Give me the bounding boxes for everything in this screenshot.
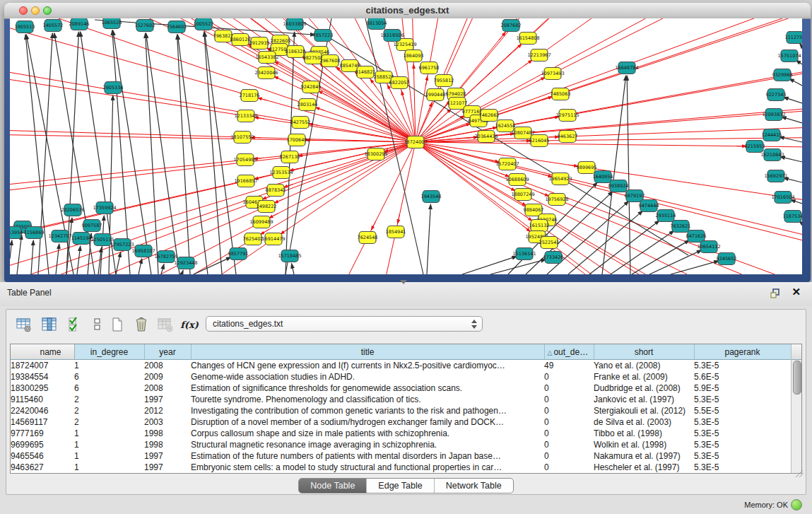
graph-node[interactable]: 7632621 bbox=[671, 221, 691, 233]
graph-node[interactable]: 8860128 bbox=[230, 34, 251, 46]
graph-node[interactable]: 1187534 bbox=[783, 211, 802, 223]
graph-node[interactable]: 2803144 bbox=[298, 99, 318, 111]
scrollbar-thumb[interactable] bbox=[793, 361, 801, 395]
graph-node[interactable]: 1156869 bbox=[24, 227, 45, 239]
graph-node[interactable]: 18724007 bbox=[404, 136, 427, 148]
graph-node[interactable]: 16099489 bbox=[249, 216, 273, 228]
graph-node[interactable]: 16154808 bbox=[516, 33, 539, 45]
graph-node[interactable]: 18107552 bbox=[230, 132, 254, 144]
graph-node[interactable]: 15136141 bbox=[512, 248, 536, 260]
graph-node[interactable]: 12923448 bbox=[174, 257, 197, 269]
graph-node[interactable]: 7955812 bbox=[434, 75, 454, 87]
graph-node[interactable]: 16914479 bbox=[261, 233, 285, 245]
graph-node[interactable]: 7857223 bbox=[313, 30, 334, 42]
graph-node[interactable]: 6961758 bbox=[419, 62, 440, 74]
graph-node[interactable]: 19166857 bbox=[234, 175, 257, 187]
graph-node[interactable]: 12975115 bbox=[555, 110, 579, 122]
graph-node[interactable]: 7485063 bbox=[551, 88, 571, 100]
graph-node[interactable]: 2087682 bbox=[501, 20, 522, 32]
table-row[interactable]: 1938455462009Genome-wide association stu… bbox=[11, 371, 791, 382]
graph-node[interactable]: 9463627 bbox=[558, 131, 578, 143]
graph-node[interactable]: 1244415 bbox=[762, 129, 782, 141]
graph-node[interactable]: 19218506 bbox=[380, 30, 404, 42]
graph-node[interactable]: 8215953 bbox=[745, 141, 765, 153]
graph-node[interactable]: 16543382 bbox=[255, 52, 278, 64]
graph-node[interactable]: 10654112 bbox=[697, 241, 720, 253]
column-header-out_de[interactable]: △out_de… bbox=[544, 344, 594, 360]
table-row[interactable]: 2242004622012Investigating the contribut… bbox=[11, 405, 791, 416]
graph-node[interactable]: 8813054 bbox=[367, 18, 387, 30]
graph-node[interactable]: 16033809 bbox=[283, 18, 306, 30]
graph-node[interactable]: 1527602 bbox=[135, 20, 155, 32]
graph-node[interactable]: 7624548 bbox=[358, 232, 378, 244]
create-column-icon[interactable] bbox=[108, 315, 126, 334]
graph-node[interactable]: 1733426 bbox=[543, 252, 564, 264]
graph-node[interactable]: 17957223 bbox=[110, 239, 134, 251]
graph-node[interactable]: 16210643 bbox=[760, 149, 784, 161]
graph-node[interactable]: 1905513 bbox=[15, 21, 35, 33]
graph-node[interactable]: 9329966 bbox=[772, 69, 793, 81]
graph-node[interactable]: 16958107 bbox=[131, 245, 155, 257]
graph-node[interactable]: 2089146 bbox=[69, 18, 90, 30]
resize-grip-icon[interactable] bbox=[794, 469, 804, 478]
graph-node[interactable]: 9474444 bbox=[639, 200, 659, 212]
graph-node[interactable]: 1112753 bbox=[785, 32, 802, 44]
graph-node[interactable]: 9242845 bbox=[301, 81, 322, 93]
graph-node[interactable]: 2718176 bbox=[240, 90, 260, 102]
close-panel-icon[interactable]: ✕ bbox=[792, 286, 801, 298]
row-selection-icon[interactable] bbox=[66, 315, 84, 334]
column-visibility-icon[interactable] bbox=[40, 315, 59, 334]
table-row[interactable]: 1830029562008Estimation of significance … bbox=[11, 382, 791, 394]
graph-node[interactable]: 9857791 bbox=[228, 248, 249, 260]
table-sheet-selector[interactable]: citations_edges.txt bbox=[206, 316, 483, 332]
graph-node[interactable]: 9245652 bbox=[717, 253, 737, 265]
graph-node[interactable]: 20206576 bbox=[61, 204, 84, 216]
graph-node[interactable]: 12353534 bbox=[269, 167, 293, 179]
table-mode-icon[interactable] bbox=[15, 315, 33, 334]
table-row[interactable]: 969969511998Structural magnetic resonanc… bbox=[11, 439, 791, 450]
column-header-year[interactable]: year bbox=[144, 344, 191, 360]
graph-node[interactable]: 15751074 bbox=[777, 50, 801, 62]
graph-node[interactable]: 23420046 bbox=[254, 67, 278, 79]
graph-node[interactable]: 1700649 bbox=[287, 134, 307, 146]
function-builder-icon[interactable]: f(x) bbox=[180, 315, 199, 334]
graph-node[interactable]: 9227343 bbox=[766, 89, 787, 101]
graph-node[interactable]: 19654923 bbox=[548, 173, 572, 185]
graph-node[interactable]: 10688609 bbox=[505, 174, 529, 186]
graph-node[interactable]: 1065528 bbox=[102, 18, 122, 29]
delete-column-icon[interactable] bbox=[132, 315, 151, 334]
graph-node[interactable]: 6216045 bbox=[529, 135, 550, 147]
graph-node[interactable]: 1990448 bbox=[425, 89, 446, 101]
graph-node[interactable]: 9097587 bbox=[82, 220, 102, 232]
graph-node[interactable]: 7564601 bbox=[167, 21, 187, 33]
column-header-pagerank[interactable]: pagerank bbox=[694, 344, 791, 360]
graph-node[interactable]: 8878342 bbox=[266, 185, 286, 197]
graph-node[interactable]: 1405572 bbox=[43, 20, 64, 32]
table-row[interactable]: 911546021997Tourette syndrome. Phenomeno… bbox=[11, 394, 791, 405]
column-header-short[interactable]: short bbox=[594, 344, 694, 360]
graph-node[interactable]: 7625402 bbox=[243, 233, 264, 245]
panel-drag-handle[interactable] bbox=[400, 280, 407, 284]
table-row[interactable]: 946554611997Estimation of the future num… bbox=[11, 450, 791, 462]
graph-node[interactable]: 15720407 bbox=[495, 158, 519, 170]
graph-node[interactable]: 17359924 bbox=[93, 202, 116, 214]
import-table-icon[interactable] bbox=[156, 315, 175, 334]
graph-node[interactable]: 1498222 bbox=[257, 201, 277, 213]
graph-node[interactable]: 1145194 bbox=[71, 233, 92, 245]
table-vertical-scrollbar[interactable] bbox=[791, 344, 801, 473]
graph-node[interactable]: 2522541 bbox=[539, 237, 560, 249]
column-header-name[interactable]: name bbox=[11, 344, 74, 360]
graph-node[interactable]: 8912935 bbox=[249, 37, 270, 49]
graph-node[interactable]: 2935114 bbox=[656, 210, 676, 222]
graph-node[interactable]: 8427552 bbox=[290, 117, 311, 129]
table-rows-icon[interactable] bbox=[88, 315, 107, 334]
graph-node[interactable]: 1615132 bbox=[529, 220, 550, 232]
network-graph-canvas[interactable]: 1872400779638228860128891293528226058127… bbox=[10, 18, 802, 274]
graph-node[interactable]: 8267130 bbox=[280, 151, 300, 163]
graph-node[interactable]: 7462662 bbox=[479, 110, 500, 122]
table-row[interactable]: 1872400712008Changes of HCN gene express… bbox=[11, 360, 791, 372]
graph-node[interactable]: 1640954 bbox=[593, 171, 613, 183]
graph-node[interactable]: 2905334 bbox=[103, 82, 124, 94]
tab-network-table[interactable]: Network Table bbox=[435, 479, 513, 493]
graph-node[interactable]: 16648784 bbox=[615, 62, 638, 74]
